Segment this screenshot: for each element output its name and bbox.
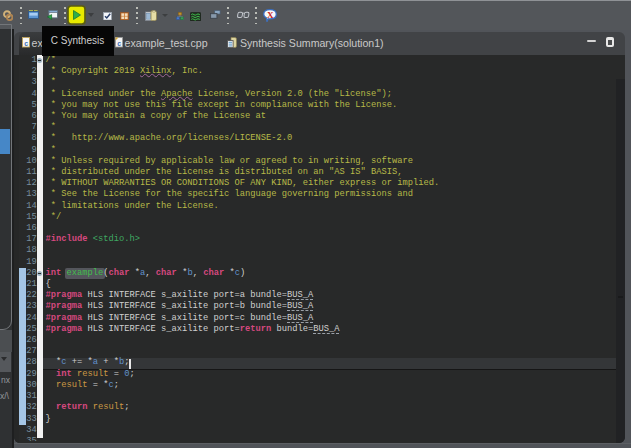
svg-text:X: X: [266, 10, 273, 20]
svg-text:c: c: [117, 40, 121, 47]
svg-text:c: c: [24, 40, 28, 47]
